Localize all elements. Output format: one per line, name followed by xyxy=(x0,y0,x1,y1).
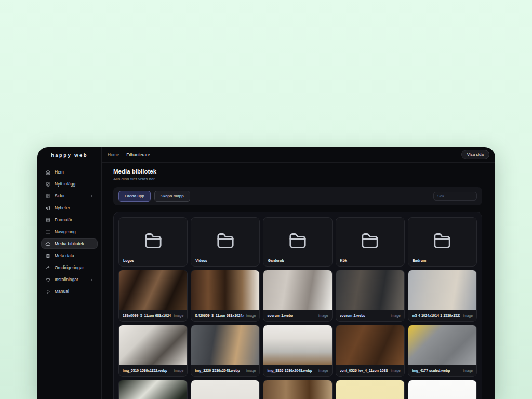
file-type-badge: image xyxy=(174,314,184,317)
file-grid-partial xyxy=(118,380,477,399)
file-thumbnail xyxy=(191,380,259,399)
file-type-badge: image xyxy=(463,314,473,317)
folder-icon xyxy=(358,230,381,251)
folder-card[interactable]: Kök xyxy=(336,217,405,267)
main-area: Home - Filhanterare Visa sida Media bibl… xyxy=(102,147,495,399)
form-icon xyxy=(45,217,51,223)
sidebar-item-label: Omdirigeringar xyxy=(55,265,84,270)
folder-icon xyxy=(286,230,309,251)
file-thumbnail xyxy=(336,380,404,399)
sidebar-item-media-bibliotek[interactable]: Media bibliotek xyxy=(42,239,97,248)
top-header: Home - Filhanterare Visa sida xyxy=(102,147,495,163)
file-name: m5-4-1024x1014-1-1536x1521... xyxy=(412,314,461,317)
file-name: sovrum-2.webp xyxy=(340,314,366,317)
file-thumbnail xyxy=(119,270,187,310)
file-name: sovrum-1.webp xyxy=(267,314,293,317)
file-type-badge: image xyxy=(318,314,328,317)
file-type-badge: image xyxy=(391,314,401,317)
file-card[interactable]: img_5510-1536x1152.webp image xyxy=(118,325,188,377)
file-thumbnail xyxy=(263,270,331,310)
sidebar-item-sidor[interactable]: Sidor xyxy=(42,191,97,201)
file-card[interactable] xyxy=(191,380,260,399)
file-card[interactable]: sovrum-1.webp image xyxy=(263,270,332,322)
sidebar-item-formul-r[interactable]: Formulär xyxy=(42,215,97,224)
sidebar-item-label: Sidor xyxy=(55,193,65,198)
globe-icon xyxy=(45,253,51,259)
search-input[interactable] xyxy=(433,192,477,201)
page-subtitle: Alla dina filer visas här xyxy=(113,177,482,181)
folder-card[interactable]: Badrum xyxy=(408,217,477,267)
breadcrumb-home[interactable]: Home xyxy=(108,152,119,157)
file-card[interactable]: m5-4-1024x1014-1-1536x1521... image xyxy=(408,270,477,322)
sidebar-item-inst-llningar[interactable]: Inställningar xyxy=(42,275,97,284)
sidebar-item-manual[interactable]: Manual xyxy=(42,287,97,296)
sidebar-item-label: Inställningar xyxy=(55,277,78,282)
file-card[interactable] xyxy=(118,380,188,399)
sidebar-item-label: Hem xyxy=(55,169,64,175)
sidebar-item-label: Media bibliotek xyxy=(55,241,84,246)
media-toolbar: Ladda upp Skapa mapp xyxy=(113,187,482,205)
folder-icon xyxy=(214,230,237,251)
sidebar-item-meta-data[interactable]: Meta data xyxy=(42,251,97,260)
sidebar-item-label: Navigering xyxy=(55,229,76,234)
file-name: cont_0526-lev_4_11zon-1088x... xyxy=(340,369,389,373)
sidebar-item-nytt-inl-gg[interactable]: Nytt inlägg xyxy=(42,179,97,189)
file-card[interactable]: 189a0099_5_11zon-683x1024... image xyxy=(118,270,188,322)
chevron-right-icon xyxy=(90,194,94,198)
megaphone-icon xyxy=(45,205,51,211)
folder-grid: Logos Videos Garderob Kök Badrum xyxy=(118,217,477,267)
home-icon xyxy=(45,169,51,175)
folder-icon xyxy=(142,230,165,251)
file-card[interactable]: l1420659_8_11zon-683x1024.w... image xyxy=(191,270,260,322)
create-folder-button[interactable]: Skapa mapp xyxy=(154,191,190,202)
play-icon xyxy=(45,289,51,295)
file-grid: 189a0099_5_11zon-683x1024... image l1420… xyxy=(118,270,477,377)
folder-card[interactable]: Garderob xyxy=(263,217,332,267)
view-page-button[interactable]: Visa sida xyxy=(461,150,489,159)
file-card[interactable]: sovrum-2.webp image xyxy=(336,270,405,322)
chevron-right-icon xyxy=(90,278,94,282)
sidebar-item-navigering[interactable]: Navigering xyxy=(42,227,97,236)
file-card[interactable]: img_8826-1536x2048.webp image xyxy=(263,325,332,377)
file-thumbnail xyxy=(191,325,259,365)
file-thumbnail xyxy=(263,380,331,399)
file-name: l1420659_8_11zon-683x1024.w... xyxy=(195,314,244,317)
folder-icon xyxy=(431,230,454,251)
sidebar-item-hem[interactable]: Hem xyxy=(42,167,97,177)
folder-card[interactable]: Logos xyxy=(118,217,188,267)
cloud-icon xyxy=(45,241,51,247)
folder-name: Kök xyxy=(340,259,347,262)
menu-icon xyxy=(45,229,51,235)
app-logo: happy web xyxy=(37,147,101,163)
file-thumbnail xyxy=(191,270,259,310)
breadcrumb-current: Filhanterare xyxy=(126,152,150,157)
file-card[interactable] xyxy=(408,380,477,399)
file-type-badge: image xyxy=(174,369,184,373)
sidebar-item-label: Meta data xyxy=(55,253,74,258)
sidebar-item-nyheter[interactable]: Nyheter xyxy=(42,203,97,212)
file-type-badge: image xyxy=(463,369,473,373)
file-thumbnail xyxy=(263,325,331,365)
media-grid-panel: Logos Videos Garderob Kök Badrum 189a009… xyxy=(113,212,482,399)
file-card[interactable]: img_4177-scaled.webp image xyxy=(408,325,477,377)
redirect-icon xyxy=(45,265,51,271)
folder-name: Badrum xyxy=(413,259,426,262)
file-thumbnail xyxy=(408,380,476,399)
folder-card[interactable]: Videos xyxy=(191,217,260,267)
sidebar-item-label: Formulär xyxy=(55,217,72,222)
file-card[interactable]: cont_0526-lev_4_11zon-1088x... image xyxy=(336,325,405,377)
file-name: img_5510-1536x1152.webp xyxy=(123,369,167,373)
file-card[interactable] xyxy=(263,380,332,399)
content: Media bibliotek Alla dina filer visas hä… xyxy=(102,163,495,399)
file-type-badge: image xyxy=(391,369,401,373)
sidebar-item-label: Nyheter xyxy=(55,205,70,210)
file-type-badge: image xyxy=(246,369,256,373)
file-card[interactable] xyxy=(336,380,405,399)
sidebar-item-omdirigeringar[interactable]: Omdirigeringar xyxy=(42,263,97,272)
breadcrumb-separator: - xyxy=(122,152,124,157)
file-card[interactable]: img_3230-1536x2048.webp image xyxy=(191,325,260,377)
app-window: happy web Hem Nytt inlägg Sidor Nyheter … xyxy=(37,147,495,399)
upload-button[interactable]: Ladda upp xyxy=(118,191,151,202)
file-thumbnail xyxy=(119,380,187,399)
folder-name: Garderob xyxy=(268,259,284,262)
